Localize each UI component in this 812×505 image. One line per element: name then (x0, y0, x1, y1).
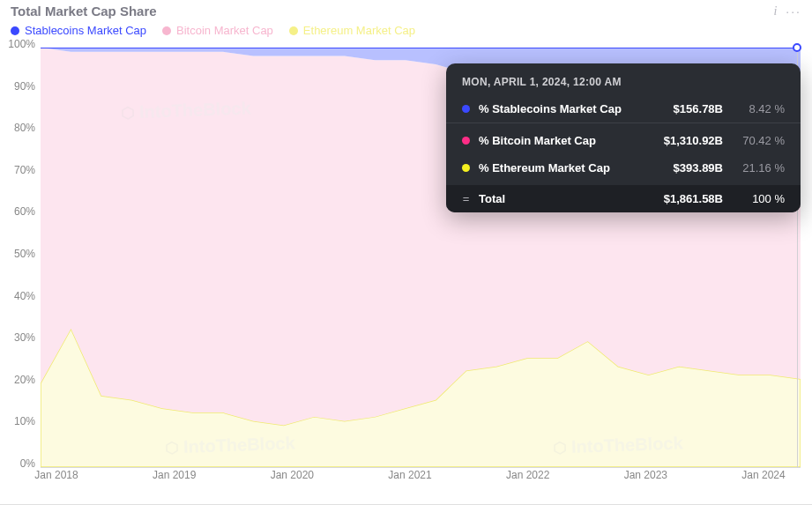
tooltip-row-ethereum: % Ethereum Market Cap $393.89B 21.16 % (446, 154, 801, 185)
x-tick: Jan 2024 (741, 469, 785, 481)
x-tick: Jan 2019 (153, 469, 196, 481)
tooltip-series-value: $156.78B (642, 102, 723, 115)
tooltip-series-pct: 21.16 % (732, 161, 785, 175)
y-tick: 60% (14, 205, 35, 218)
header-actions: i ··· (773, 4, 801, 19)
tooltip-total-pct: 100 % (732, 192, 785, 205)
info-icon[interactable]: i (773, 4, 777, 19)
dot-icon (462, 137, 470, 145)
tooltip-series-name: % Ethereum Market Cap (479, 161, 633, 175)
tooltip: MON, APRIL 1, 2024, 12:00 AM % Stablecoi… (446, 63, 801, 212)
x-tick: Jan 2023 (624, 469, 667, 481)
legend-label: Bitcoin Market Cap (176, 24, 273, 37)
y-tick: 80% (14, 122, 35, 134)
legend-item-bitcoin[interactable]: Bitcoin Market Cap (162, 24, 273, 37)
legend-label: Stablecoins Market Cap (25, 24, 146, 37)
y-tick: 0% (20, 457, 35, 470)
x-axis: Jan 2018Jan 2019Jan 2020Jan 2021Jan 2022… (41, 469, 801, 488)
x-tick: Jan 2022 (506, 469, 549, 481)
y-tick: 90% (14, 80, 35, 93)
legend-dot-icon (289, 26, 298, 35)
dot-icon (462, 105, 470, 113)
more-icon[interactable]: ··· (786, 4, 801, 19)
y-axis: 100%90%80%70%60%50%40%30%20%10%0% (0, 44, 41, 467)
tooltip-series-pct: 8.42 % (732, 102, 785, 115)
tooltip-series-pct: 70.42 % (732, 134, 785, 147)
x-tick: Jan 2018 (34, 469, 78, 481)
legend-item-ethereum[interactable]: Ethereum Market Cap (289, 24, 415, 37)
chart-title: Total Market Cap Share (11, 4, 157, 19)
x-tick: Jan 2021 (388, 469, 431, 481)
tooltip-series-value: $1,310.92B (642, 134, 723, 147)
chart-container: Total Market Cap Share i ··· Stablecoins… (0, 0, 812, 505)
legend-label: Ethereum Market Cap (303, 24, 415, 37)
tooltip-series-name: % Bitcoin Market Cap (479, 134, 633, 147)
legend-item-stablecoins[interactable]: Stablecoins Market Cap (11, 24, 146, 37)
tooltip-row-stablecoins: % Stablecoins Market Cap $156.78B 8.42 % (446, 95, 801, 123)
tooltip-series-value: $393.89B (642, 161, 723, 175)
tooltip-total-value: $1,861.58B (642, 192, 723, 205)
y-tick: 50% (14, 248, 35, 260)
y-tick: 30% (14, 331, 35, 344)
y-tick: 20% (14, 374, 35, 386)
equals-icon: = (462, 192, 470, 205)
tooltip-total-name: Total (479, 192, 633, 205)
plot[interactable]: IntoTheBlock IntoTheBlock IntoTheBlock I… (41, 48, 801, 467)
tooltip-row-total: = Total $1,861.58B 100 % (446, 185, 801, 212)
dot-icon (462, 164, 470, 172)
chart-area[interactable]: 100%90%80%70%60%50%40%30%20%10%0% IntoTh… (0, 44, 812, 488)
legend-dot-icon (11, 26, 19, 35)
y-tick: 10% (14, 415, 35, 427)
tooltip-date: MON, APRIL 1, 2024, 12:00 AM (446, 63, 801, 95)
y-tick: 70% (14, 164, 35, 176)
tooltip-row-bitcoin: % Bitcoin Market Cap $1,310.92B 70.42 % (446, 123, 801, 154)
tooltip-series-name: % Stablecoins Market Cap (479, 102, 633, 115)
hover-dot-icon (793, 43, 801, 52)
x-tick: Jan 2020 (271, 469, 314, 481)
legend-dot-icon (162, 26, 171, 35)
grid-line (41, 467, 801, 468)
y-tick: 100% (8, 38, 35, 50)
y-tick: 40% (14, 290, 35, 302)
header: Total Market Cap Share i ··· (0, 0, 812, 20)
legend: Stablecoins Market Cap Bitcoin Market Ca… (0, 20, 812, 44)
